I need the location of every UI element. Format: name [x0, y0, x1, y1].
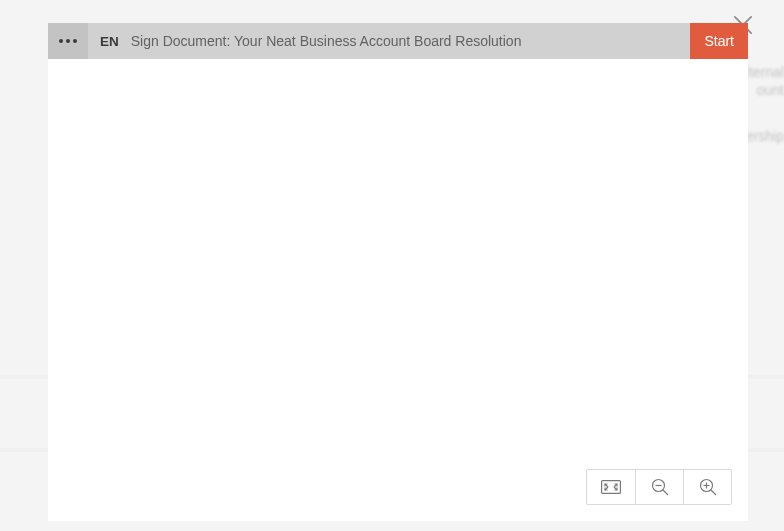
more-icon [66, 39, 70, 43]
svg-line-8 [663, 490, 668, 495]
zoom-out-icon [650, 477, 670, 497]
start-button[interactable]: Start [690, 23, 748, 59]
more-options-button[interactable] [48, 23, 88, 59]
document-viewport[interactable] [48, 59, 748, 521]
svg-rect-2 [602, 481, 621, 494]
language-selector[interactable]: EN [88, 23, 129, 59]
zoom-out-button[interactable] [635, 470, 683, 504]
zoom-toolbar [586, 469, 732, 505]
background-blur-text: ount [757, 82, 784, 98]
more-icon [73, 39, 77, 43]
fit-to-screen-icon [601, 480, 621, 494]
background-blur-text: lternal [746, 64, 784, 80]
zoom-in-button[interactable] [683, 470, 731, 504]
background-blur-text: ership [746, 128, 784, 144]
more-icon [59, 39, 63, 43]
svg-line-11 [711, 490, 716, 495]
fit-to-screen-button[interactable] [587, 470, 635, 504]
zoom-in-icon [698, 477, 718, 497]
sign-document-modal: EN Sign Document: Your Neat Business Acc… [48, 23, 748, 521]
modal-toolbar: EN Sign Document: Your Neat Business Acc… [48, 23, 748, 59]
document-title: Sign Document: Your Neat Business Accoun… [129, 23, 691, 59]
